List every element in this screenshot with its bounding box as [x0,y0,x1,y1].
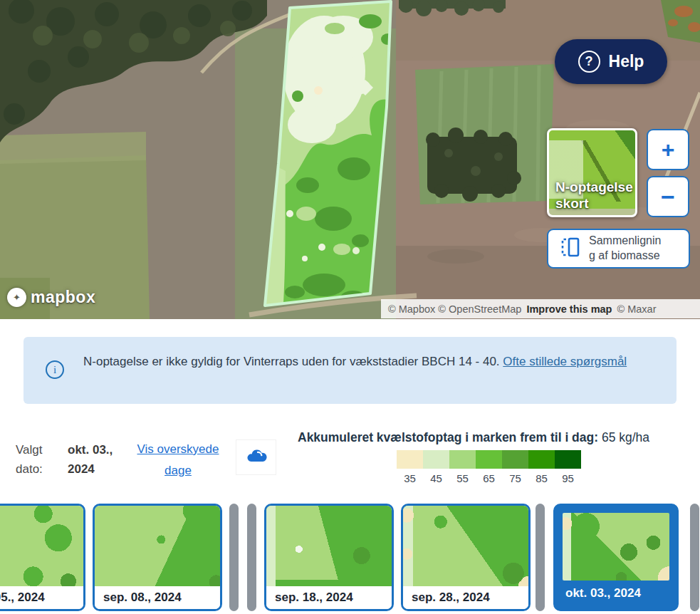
cloud-icon [243,444,270,470]
attribution-maxar: © Maxar [617,303,656,315]
improve-map-link[interactable]: Improve this map [526,303,612,315]
timeline-card[interactable]: sep. 28., 2024 [401,504,531,611]
banner-text: N-optagelse er ikke gyldig for Vinterrap… [83,352,633,372]
zoom-in-button[interactable]: + [647,129,689,170]
legend-tick: 55 [449,472,476,484]
question-mark-icon: ? [578,51,600,73]
legend-swatch [528,450,555,469]
cloudy-day-bar[interactable] [690,504,699,611]
validity-info-banner: i N-optagelse er ikke gyldig for Vinterr… [23,337,677,404]
cloudy-days-toggle-button[interactable] [236,439,276,475]
legend-title: Akkumuleret kvælstofoptag i marken frem … [298,430,649,445]
field-thumbnail [0,506,83,586]
legend-tick: 85 [528,472,555,484]
selected-date-label: Valgt dato: [16,440,60,479]
cloudy-day-bar[interactable] [247,504,256,611]
timeline-card[interactable]: sep. 18., 2024 [264,504,394,611]
legend-tick: 75 [502,472,528,484]
cloudy-day-bar[interactable] [536,504,545,611]
legend-color-scale [397,450,581,469]
legend-swatch [476,450,502,469]
legend-swatch [502,450,528,469]
mapbox-logo[interactable]: ✦ mapbox [7,288,95,307]
field-thumbnail [266,506,392,586]
layer-button-label: N-optagelse skort [555,179,634,212]
mapbox-icon: ✦ [7,288,26,307]
legend-swatch [423,450,449,469]
selected-date-value: okt. 03., 2024 [68,440,129,479]
legend-tick: 65 [476,472,502,484]
biomass-compare-button[interactable]: Sammenligning af biomasse [547,229,690,269]
help-button[interactable]: ? Help [555,39,667,84]
legend-swatch [449,450,476,469]
field-thumbnail [95,506,220,586]
banner-message: N-optagelse er ikke gyldig for Vinterrap… [83,355,503,368]
cloudy-day-bar[interactable] [229,504,239,611]
n-uptake-map-layer-button[interactable]: N-optagelse skort [547,128,637,217]
timeline-card-date: okt. 03., 2024 [555,581,677,606]
timeline-card[interactable]: sep. 08., 2024 [93,504,222,611]
tree-grove [426,128,521,202]
legend-tick: 35 [397,472,423,484]
plus-icon: + [662,137,675,163]
mapbox-wordmark: mapbox [31,288,95,307]
legend-title-bold: Akkumuleret kvælstofoptag i marken frem … [298,430,598,444]
show-cloudy-days-link[interactable]: Vis overskyede dage [132,439,224,482]
legend-current-value: 65 kg/ha [602,430,649,444]
field-thumbnail [403,506,528,586]
zoom-out-button[interactable]: − [647,176,689,217]
timeline-card-date: sep. 28., 2024 [403,586,528,609]
date-timeline: sep. 05., 2024 sep. 08., 2024 sep. 18., … [0,504,700,613]
field-thumbnail [563,513,669,581]
faq-link[interactable]: Ofte stillede spørgsmål [503,355,627,368]
timeline-card-date: sep. 08., 2024 [95,586,220,609]
legend-tick-labels: 35 45 55 65 75 85 95 [397,472,581,484]
timeline-card-date: sep. 05., 2024 [0,586,83,609]
attribution-text: © Mapbox © OpenStreetMap [388,303,521,315]
satellite-map[interactable]: ? Help N-optagelse skort + − Sammenligni… [0,0,700,319]
legend-swatch [555,450,581,469]
timeline-card-date: sep. 18., 2024 [266,586,392,609]
legend-swatch [397,450,423,469]
info-icon: i [46,360,64,379]
timeline-card-selected[interactable]: okt. 03., 2024 [553,504,679,611]
map-attribution: © Mapbox © OpenStreetMap Improve this ma… [381,299,700,318]
compare-button-label: Sammenligning af biomasse [589,234,662,264]
compare-split-icon [558,236,581,261]
help-label: Help [609,52,644,71]
minus-icon: − [661,183,675,211]
timeline-card[interactable]: sep. 05., 2024 [0,504,85,611]
legend-tick: 95 [555,472,581,484]
legend-tick: 45 [423,472,449,484]
